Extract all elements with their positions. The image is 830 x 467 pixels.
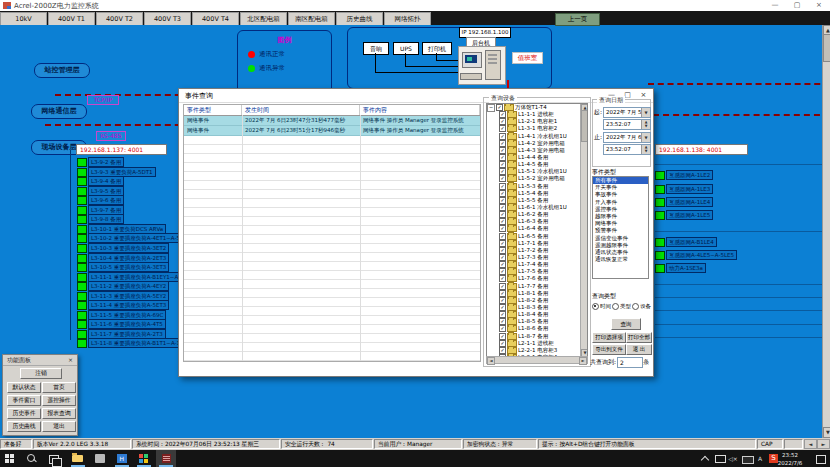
checkbox-icon[interactable]: ✓	[499, 261, 506, 268]
tab-4[interactable]: 400V T4	[192, 12, 239, 25]
export-button[interactable]: 导出到文件	[592, 344, 626, 355]
tab-1[interactable]: 400V T1	[48, 12, 95, 25]
event-type-item[interactable]: 预警事件	[593, 227, 648, 234]
tree-item[interactable]: ✓L1-5-3 备用	[487, 183, 587, 190]
tree-item[interactable]: ✓L1-7-5 备用	[487, 268, 587, 275]
previous-page-button[interactable]: 上一页	[555, 13, 600, 26]
func-button-6[interactable]: 历史曲线	[7, 421, 41, 432]
tree-item[interactable]: ✓L1-7-4 备用	[487, 261, 587, 268]
tray-display-button[interactable]	[712, 450, 726, 467]
task-view-button[interactable]	[44, 450, 64, 467]
tree-item[interactable]: ✓L2-1-1 进线柜	[487, 340, 587, 347]
checkbox-icon[interactable]: ✓	[499, 154, 506, 161]
event-type-item[interactable]: 网络事件	[593, 220, 648, 227]
checkbox-icon[interactable]: ✓	[499, 225, 506, 232]
checkbox-icon[interactable]: ✓	[499, 240, 506, 247]
spinner-arrows-icon[interactable]: ▲▼	[641, 120, 650, 129]
tab-2[interactable]: 400V T2	[96, 12, 143, 25]
tree-item[interactable]: ✓L1-6-2 备用	[487, 211, 587, 218]
tree-item[interactable]: ✓L1-3-1 电容柜2	[487, 125, 587, 132]
checkbox-icon[interactable]: ✓	[499, 340, 506, 347]
tray-expand-button[interactable]	[698, 450, 712, 467]
checkbox-icon[interactable]: ✓	[499, 268, 506, 275]
tree-item[interactable]: ✓L1-8-2 备用	[487, 297, 587, 304]
tree-item[interactable]: ✓L1-4-1 冷水机组1U	[487, 133, 587, 140]
logout-button[interactable]: 注销	[20, 368, 62, 379]
event-type-item[interactable]: 遥信变位事件	[593, 235, 648, 242]
checkbox-icon[interactable]: ✓	[499, 254, 506, 261]
tab-0[interactable]: 10kV	[0, 12, 47, 25]
checkbox-icon[interactable]: ✓	[499, 233, 506, 240]
checkbox-icon[interactable]: ✓	[499, 140, 506, 147]
file-explorer-button[interactable]	[68, 450, 88, 467]
window-minimize-button[interactable]: —	[764, 0, 786, 11]
tree-item[interactable]: ✓L1-5-1 冷水机组1U	[487, 168, 587, 175]
query-button[interactable]: 查询	[611, 318, 641, 330]
tree-expand-icon[interactable]: −	[487, 104, 495, 112]
checkbox-icon[interactable]: ✓	[499, 183, 506, 190]
checkbox-icon[interactable]: ✓	[499, 290, 506, 297]
search-button[interactable]	[22, 450, 42, 467]
table-row[interactable]: 网络事件2022年 7月 6日23时51分17秒946毫秒网络事件 操作员 Ma…	[184, 126, 480, 136]
tray-volume-button[interactable]: ◁×	[726, 450, 740, 467]
scroll-thumb[interactable]	[823, 34, 830, 62]
tree-item[interactable]: ✓L1-5-2 室外用电箱	[487, 175, 587, 182]
tree-item[interactable]: ✓L1-7-2 备用	[487, 247, 587, 254]
checkbox-icon[interactable]: ✓	[499, 175, 506, 182]
checkbox-icon[interactable]: ✓	[499, 168, 506, 175]
tree-item[interactable]: ✓L1-6-3 备用	[487, 218, 587, 225]
tab-7[interactable]: 历史曲线	[336, 12, 383, 25]
sort-radio-1[interactable]: 类型	[612, 303, 631, 310]
start-time-spinner[interactable]: 23:52:07▲▼	[603, 119, 651, 130]
app-button-gray[interactable]	[90, 450, 110, 467]
scroll-down-icon[interactable]: ▼	[823, 427, 830, 438]
app-button-office[interactable]	[134, 450, 154, 467]
tree-item[interactable]: ✓L1-7-7 备用	[487, 283, 587, 290]
tree-item[interactable]: ✓L1-7-6 备用	[487, 275, 587, 282]
status-scroll-left-icon[interactable]: ◄	[804, 439, 817, 449]
checkbox-icon[interactable]: ✓	[499, 275, 506, 282]
tree-item[interactable]: ✓L1-4-2 室外用电箱	[487, 140, 587, 147]
tree-item[interactable]: ✓L1-4-5 备用	[487, 161, 587, 168]
tab-8[interactable]: 网络拓扑	[384, 12, 431, 25]
checkbox-icon[interactable]: ✓	[499, 118, 506, 125]
tree-item[interactable]: ✓L1-5-4 备用	[487, 190, 587, 197]
tree-item[interactable]: ✓L1-6-5 备用	[487, 233, 587, 240]
app-button-blue[interactable]	[112, 450, 132, 467]
event-type-item[interactable]: 事故事件	[593, 191, 648, 198]
device-tree[interactable]: −✓万体馆T1-T4✓L1-1-1 进线柜✓L1-2-1 电容柜1✓L1-3-1…	[486, 103, 588, 358]
checkbox-icon[interactable]: ✓	[499, 161, 506, 168]
print-selected-button[interactable]: 打印选择项	[592, 332, 626, 343]
checkbox-icon[interactable]: ✓	[499, 133, 506, 140]
spinner-arrows-icon[interactable]: ▲▼	[641, 145, 650, 154]
event-type-item[interactable]: 开入事件	[593, 199, 648, 206]
chevron-down-icon[interactable]: ▼	[641, 108, 650, 117]
print-all-button[interactable]: 打印全部	[626, 332, 652, 343]
end-time-spinner[interactable]: 23:52:07▲▼	[603, 144, 651, 155]
tree-scroll-right-icon[interactable]: ►	[579, 357, 587, 365]
tree-item[interactable]: ✓L1-8-5 备用	[487, 318, 587, 325]
tree-item[interactable]: ✓L1-8-6 备用	[487, 325, 587, 332]
status-scroll-right-icon[interactable]: ►	[817, 439, 830, 449]
checkbox-icon[interactable]: ✓	[499, 311, 506, 318]
notification-center-icon[interactable]	[816, 455, 826, 464]
tree-item[interactable]: ✓L1-8-3 备用	[487, 304, 587, 311]
checkbox-icon[interactable]: ✓	[499, 211, 506, 218]
exit-button[interactable]: 退 出	[626, 344, 652, 355]
close-icon[interactable]: ×	[66, 356, 75, 364]
tree-scroll-left-icon[interactable]: ◄	[487, 357, 495, 365]
tab-3[interactable]: 400V T3	[144, 12, 191, 25]
func-button-7[interactable]: 退出	[42, 421, 76, 432]
main-vertical-scrollbar[interactable]: ▲ ▼	[822, 25, 830, 438]
sort-radio-0[interactable]: 时间	[592, 303, 611, 310]
checkbox-icon[interactable]: ✓	[499, 304, 506, 311]
func-button-3[interactable]: 遥控操作	[42, 395, 76, 406]
start-button[interactable]	[0, 450, 20, 467]
tree-item[interactable]: ✓L1-4-4 备用	[487, 154, 587, 161]
table-header-2[interactable]: 事件内容	[360, 105, 480, 115]
tree-item[interactable]: ✓L1-8-1 备用	[487, 290, 587, 297]
window-close-button[interactable]: ×	[808, 0, 830, 11]
event-type-item[interactable]: 通讯状态事件	[593, 249, 648, 256]
checkbox-icon[interactable]: ✓	[499, 197, 506, 204]
tree-item[interactable]: ✓L1-8-4 备用	[487, 311, 587, 318]
